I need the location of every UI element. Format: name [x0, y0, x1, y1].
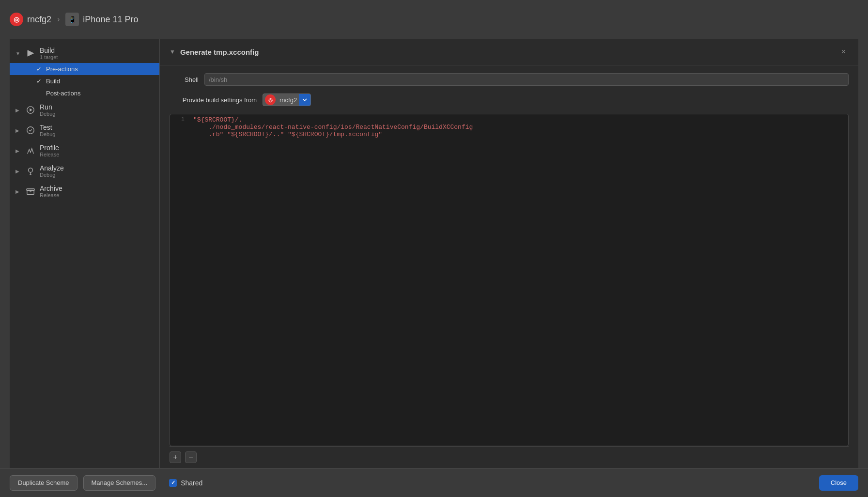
collapse-arrow-profile: ▶	[16, 148, 21, 154]
pre-actions-checkmark: ✓	[36, 65, 43, 73]
build-subitem-label: Build	[46, 78, 60, 85]
sidebar-item-archive[interactable]: ▶ Archive Release	[10, 182, 159, 201]
panel-close-button[interactable]: ×	[838, 47, 849, 57]
sidebar-group-run: ▶ Run Debug	[10, 100, 159, 120]
provide-label: Provide build settings from	[170, 96, 257, 104]
dropdown-arrow-icon	[299, 94, 310, 106]
sidebar-item-test[interactable]: ▶ Test Debug	[10, 121, 159, 140]
sidebar-group-profile: ▶ Profile Release	[10, 141, 159, 160]
sidebar-group-archive: ▶ Archive Release	[10, 182, 159, 201]
target-name: rncfg2	[278, 96, 299, 104]
run-text: Run Debug	[40, 103, 55, 117]
code-editor[interactable]: 1 "${SRCROOT}/. ./node_modules/react-nat…	[170, 114, 849, 446]
breadcrumb-chevron: ›	[57, 15, 60, 24]
provide-row: Provide build settings from ◎ rncfg2	[170, 93, 849, 106]
sidebar: ▼ Build 1 target ✓ Pre-actions	[10, 39, 160, 468]
bottom-bar: Duplicate Scheme Manage Schemes... Share…	[0, 468, 868, 497]
sidebar-item-build[interactable]: ▼ Build 1 target	[10, 44, 159, 63]
profile-text: Profile Release	[40, 144, 59, 157]
analyze-subtitle: Debug	[40, 172, 64, 178]
remove-script-button[interactable]: −	[185, 451, 197, 463]
build-icon	[25, 48, 36, 59]
project-icon: ◎	[10, 13, 23, 26]
post-actions-label: Post-actions	[46, 90, 81, 97]
panel-header: ▼ Generate tmp.xcconfig ×	[160, 39, 858, 65]
test-title: Test	[40, 124, 55, 131]
sidebar-subitem-build[interactable]: ✓ Build	[10, 75, 159, 87]
archive-title: Archive	[40, 185, 62, 192]
close-button[interactable]: Close	[819, 475, 858, 491]
line-number-1: 1	[170, 114, 189, 125]
run-subtitle: Debug	[40, 111, 55, 117]
shared-label: Shared	[181, 479, 202, 487]
project-name: rncfg2	[27, 15, 51, 25]
svg-marker-2	[30, 108, 32, 111]
sidebar-item-profile[interactable]: ▶ Profile Release	[10, 141, 159, 160]
test-subtitle: Debug	[40, 131, 55, 137]
archive-subtitle: Release	[40, 192, 62, 198]
top-bar: ◎ rncfg2 › 📱 iPhone 11 Pro	[0, 0, 868, 39]
build-text: Build 1 target	[40, 47, 58, 60]
build-checkmark: ✓	[36, 78, 43, 85]
device-name: iPhone 11 Pro	[83, 15, 138, 25]
shell-row: Shell	[170, 73, 849, 86]
sidebar-group-test: ▶ Test Debug	[10, 121, 159, 140]
sidebar-group-build: ▼ Build 1 target ✓ Pre-actions	[10, 44, 159, 99]
sidebar-item-run[interactable]: ▶ Run Debug	[10, 100, 159, 120]
sidebar-item-analyze[interactable]: ▶ Analyze Debug	[10, 161, 159, 181]
sidebar-subitem-post-actions[interactable]: Post-actions	[10, 87, 159, 99]
svg-rect-8	[27, 189, 34, 191]
pre-actions-label: Pre-actions	[46, 65, 78, 73]
shared-section: Shared	[169, 479, 202, 487]
shared-checkbox[interactable]	[169, 479, 177, 487]
sidebar-group-analyze: ▶ Analyze Debug	[10, 161, 159, 181]
archive-icon	[25, 186, 36, 197]
manage-schemes-button[interactable]: Manage Schemes...	[83, 475, 156, 491]
device-icon: 📱	[65, 13, 79, 26]
collapse-arrow-test: ▶	[16, 128, 21, 133]
run-title: Run	[40, 103, 55, 111]
add-script-button[interactable]: +	[170, 451, 181, 463]
build-subtitle: 1 target	[40, 54, 58, 60]
duplicate-scheme-button[interactable]: Duplicate Scheme	[10, 475, 78, 491]
build-title: Build	[40, 47, 58, 54]
content-panel: ▼ Generate tmp.xcconfig × Shell Provide …	[160, 39, 858, 468]
code-line-1: 1 "${SRCROOT}/. ./node_modules/react-nat…	[170, 114, 848, 140]
analyze-icon	[25, 166, 36, 176]
collapse-arrow-analyze: ▶	[16, 169, 21, 174]
test-icon	[25, 125, 36, 136]
collapse-arrow-run: ▶	[16, 108, 21, 113]
editor-footer: + −	[160, 447, 858, 468]
code-content-1: "${SRCROOT}/. ./node_modules/react-nativ…	[189, 114, 848, 140]
panel-form: Shell Provide build settings from ◎ rncf…	[160, 65, 858, 114]
profile-subtitle: Release	[40, 152, 59, 157]
collapse-arrow-archive: ▶	[16, 189, 21, 194]
run-icon	[25, 105, 36, 115]
panel-title: Generate tmp.xcconfig	[180, 48, 834, 56]
analyze-text: Analyze Debug	[40, 164, 64, 178]
profile-title: Profile	[40, 144, 59, 152]
sidebar-subitem-pre-actions[interactable]: ✓ Pre-actions	[10, 63, 159, 75]
panel-triangle-icon: ▼	[170, 48, 175, 55]
shell-input[interactable]	[204, 73, 849, 86]
target-dropdown[interactable]: ◎ rncfg2	[263, 93, 311, 106]
collapse-arrow-build: ▼	[16, 51, 21, 56]
test-text: Test Debug	[40, 124, 55, 137]
analyze-title: Analyze	[40, 164, 64, 172]
archive-text: Archive Release	[40, 185, 62, 198]
main-area: ▼ Build 1 target ✓ Pre-actions	[10, 39, 858, 468]
shell-label: Shell	[170, 76, 199, 83]
target-icon: ◎	[265, 94, 276, 105]
svg-point-4	[29, 168, 33, 172]
profile-icon	[25, 145, 36, 156]
